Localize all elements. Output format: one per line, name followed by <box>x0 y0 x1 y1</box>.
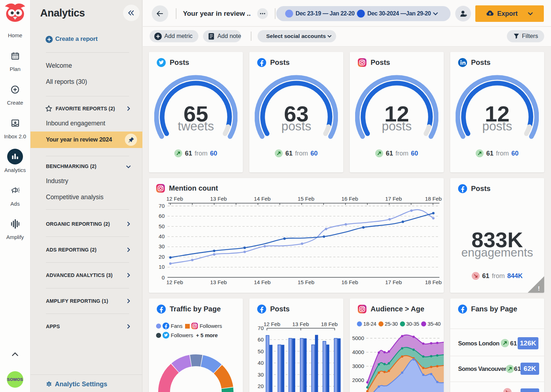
svg-text:40: 40 <box>159 233 165 239</box>
svg-text:50: 50 <box>159 223 165 229</box>
svg-text:2000: 2000 <box>352 377 364 383</box>
svg-text:14 Feb: 14 Feb <box>254 279 271 285</box>
svg-text:0: 0 <box>162 274 165 281</box>
svg-text:20: 20 <box>258 383 264 389</box>
svg-text:60: 60 <box>258 336 264 343</box>
svg-text:18 Feb: 18 Feb <box>425 279 442 285</box>
svg-text:5000: 5000 <box>352 335 364 341</box>
svg-text:14 Feb: 14 Feb <box>254 196 271 202</box>
svg-text:17 Feb: 17 Feb <box>385 279 402 285</box>
svg-text:70: 70 <box>159 203 165 209</box>
svg-text:12 Feb: 12 Feb <box>166 196 183 202</box>
svg-text:16 Feb: 16 Feb <box>342 196 358 202</box>
svg-text:30: 30 <box>159 243 165 249</box>
svg-text:!: ! <box>538 285 540 292</box>
svg-text:15 Feb: 15 Feb <box>298 196 315 202</box>
svg-text:17 Feb: 17 Feb <box>385 196 402 202</box>
svg-text:40: 40 <box>258 360 264 366</box>
svg-text:4000: 4000 <box>352 349 364 355</box>
svg-text:70: 70 <box>258 325 264 331</box>
svg-text:13 Feb: 13 Feb <box>292 321 309 327</box>
svg-text:10: 10 <box>159 264 165 270</box>
svg-text:12 Feb: 12 Feb <box>264 321 281 327</box>
svg-text:20: 20 <box>159 254 165 260</box>
svg-text:13 Feb: 13 Feb <box>210 196 227 202</box>
svg-text:50: 50 <box>258 348 264 354</box>
svg-text:13 Feb: 13 Feb <box>210 279 227 285</box>
svg-text:18 Feb: 18 Feb <box>321 321 338 327</box>
svg-text:15 Feb: 15 Feb <box>298 279 315 285</box>
svg-text:16 Feb: 16 Feb <box>342 279 358 285</box>
svg-text:18 Feb: 18 Feb <box>425 196 442 202</box>
svg-text:3000: 3000 <box>352 363 364 369</box>
svg-text:60: 60 <box>159 213 165 219</box>
svg-text:30: 30 <box>258 372 264 378</box>
svg-text:12 Feb: 12 Feb <box>166 279 183 285</box>
